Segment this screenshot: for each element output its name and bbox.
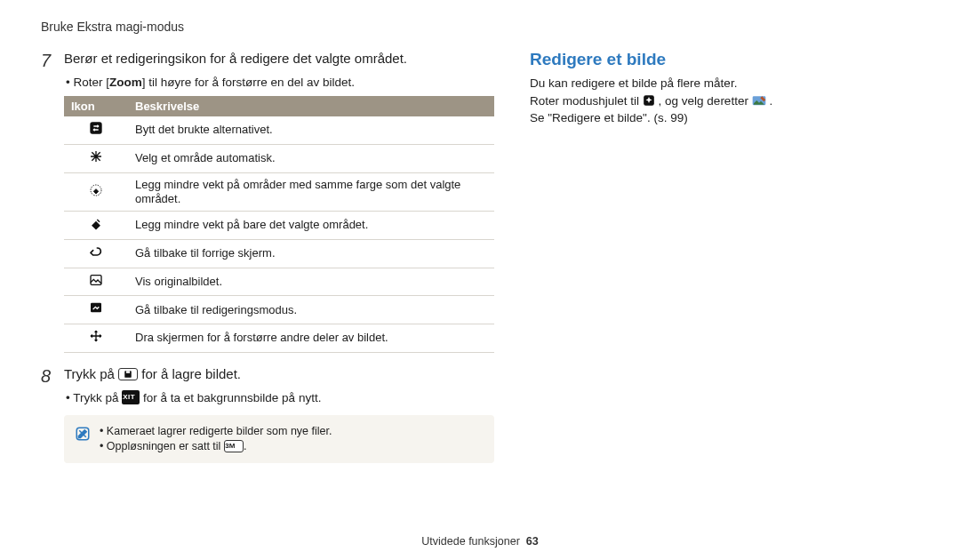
cell-desc: Gå tilbake til forrige skjerm. (128, 239, 494, 268)
table-row: Vis originalbildet. (64, 268, 494, 296)
right-line-2-post: . (769, 94, 772, 108)
table-header-desc: Beskrivelse (128, 96, 494, 116)
note-line-2-post: . (244, 440, 246, 452)
cell-desc: Legg mindre vekt på områder med samme fa… (128, 172, 494, 212)
step-8: 8 Trykk på for å lagre bildet. (41, 365, 494, 387)
bullet-pre: Trykk på (73, 391, 122, 404)
note-icon (75, 426, 91, 442)
right-line-2-mid: , og velg deretter (659, 94, 752, 108)
cell-desc: Gå tilbake til redigeringsmodus. (128, 296, 494, 324)
note-body: Kameraet lagrer redigerte bilder som nye… (100, 424, 332, 454)
swap-icon (64, 116, 128, 144)
header-breadcrumb: Bruke Ekstra magi-modus (41, 20, 919, 34)
note-box: Kameraet lagrer redigerte bilder som nye… (64, 415, 494, 463)
table-row: Gå tilbake til redigeringsmodus. (64, 296, 494, 324)
back-arrow-icon (64, 239, 128, 268)
cell-desc: Vis originalbildet. (128, 268, 494, 296)
table-header-icon: Ikon (64, 96, 128, 116)
content-columns: 7 Berør et redigeringsikon for å rediger… (41, 50, 919, 463)
eraser-less-selected-icon (64, 212, 128, 240)
left-column: 7 Berør et redigeringsikon for å rediger… (41, 50, 494, 463)
cell-desc: Velg et område automatisk. (128, 144, 494, 172)
table-row: Dra skjermen for å forstørre andre deler… (64, 324, 494, 353)
cell-desc: Legg mindre vekt på bare det valgte områ… (128, 212, 494, 240)
table-row: Gå tilbake til forrige skjerm. (64, 239, 494, 268)
step-7: 7 Berør et redigeringsikon for å rediger… (41, 50, 494, 71)
original-image-icon (64, 268, 128, 296)
star-select-icon (64, 144, 128, 172)
note-line-2-pre: Oppløsningen er satt til (107, 440, 224, 452)
table-row: Velg et område automatisk. (64, 144, 494, 172)
note-line-1: Kameraet lagrer redigerte bilder som nye… (100, 424, 332, 439)
right-line-2: Roter modushjulet til , og velg deretter… (530, 92, 919, 110)
step-number: 8 (41, 365, 55, 387)
edit-mode-icon (64, 296, 128, 324)
page-number: 63 (526, 535, 539, 548)
svg-rect-5 (126, 371, 130, 373)
icon-description-table: Ikon Beskrivelse Bytt det brukte alterna… (64, 96, 494, 353)
bullet-pre-text: Roter [ (73, 76, 109, 89)
table-row: Bytt det brukte alternativet. (64, 116, 494, 144)
step-7-bullet: Roter [Zoom] til høyre for å forstørre e… (66, 75, 494, 91)
save-button-icon (118, 368, 138, 380)
step-8-bullet: Trykk på EXIT for å ta et bakgrunnsbilde… (66, 390, 494, 406)
document-page: Bruke Ekstra magi-modus 7 Berør et redig… (0, 0, 960, 560)
note-line-2: Oppløsningen er satt til 3M. (100, 439, 332, 454)
cell-desc: Bytt det brukte alternativet. (128, 116, 494, 144)
exit-button-icon: EXIT (122, 390, 140, 404)
bullet-post: for å ta et bakgrunnsbilde på nytt. (143, 391, 321, 404)
step-8-pre: Trykk på (64, 366, 118, 381)
step-text: Trykk på for å lagre bildet. (64, 365, 494, 383)
footer-label: Utvidede funksjoner (421, 535, 519, 548)
cell-desc: Dra skjermen for å forstørre andre deler… (128, 324, 494, 353)
zoom-label: Zoom (109, 76, 142, 89)
pan-icon (64, 324, 128, 353)
table-row: Legg mindre vekt på bare det valgte områ… (64, 212, 494, 240)
step-8-post: for å lagre bildet. (141, 366, 241, 381)
right-line-3: Se "Redigere et bilde". (s. 99) (530, 109, 919, 127)
table-row: Legg mindre vekt på områder med samme fa… (64, 172, 494, 212)
eraser-less-color-icon (64, 172, 128, 212)
page-footer: Utvidede funksjoner 63 (0, 535, 960, 548)
section-title: Redigere et bilde (530, 50, 919, 69)
edit-image-icon (752, 94, 766, 107)
bullet-post-text: ] til høyre for å forstørre en del av bi… (142, 76, 355, 89)
step-number: 7 (41, 50, 55, 71)
mode-dial-magic-icon (643, 94, 655, 107)
step-text: Berør et redigeringsikon for å redigere … (64, 50, 494, 68)
right-line-2-pre: Roter modushjulet til (530, 94, 643, 108)
right-column: Redigere et bilde Du kan redigere et bil… (530, 50, 919, 463)
resolution-icon: 3M (224, 440, 244, 452)
right-line-1: Du kan redigere et bilde på flere måter. (530, 75, 919, 92)
svg-rect-0 (91, 123, 101, 133)
